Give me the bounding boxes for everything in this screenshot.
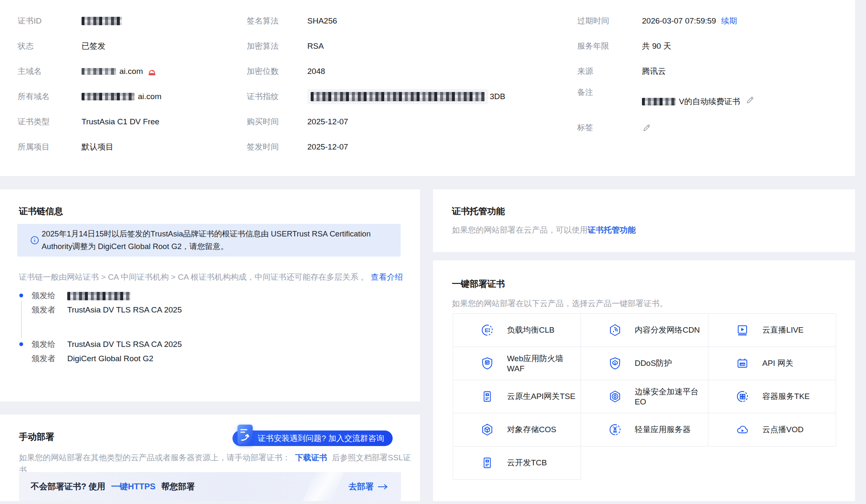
- svg-text:E: E: [485, 327, 488, 333]
- deploy-cell-api-gateway[interactable]: API API 网关: [708, 347, 836, 380]
- deploy-cell-ddos[interactable]: DDoS防护: [581, 347, 709, 380]
- deploy-cell-label: 云开发TCB: [507, 457, 547, 468]
- cert-info-column-2: 签名算法 SHA256 加密算法 RSA 加密位数 2048 证书指纹 3DB …: [247, 8, 505, 160]
- chain-item-intermediate: 颁发给 TrustAsia DV TLS RSA CA 2025 颁发者 Dig…: [19, 337, 397, 366]
- help-group-button[interactable]: 证书安装遇到问题? 加入交流群咨询: [232, 430, 393, 446]
- chain-item-leaf: 颁发给 颁发者 TrustAsia DV TLS RSA CA 2025: [19, 289, 397, 317]
- one-click-https-banner: 不会部署证书? 使用 一键HTTPS 帮您部署 去部署: [19, 472, 401, 501]
- deploy-cell-label: 边缘安全加速平台EO: [635, 386, 708, 407]
- purchase-time-label: 购买时间: [247, 116, 307, 127]
- key-bits-row: 加密位数 2048: [247, 59, 505, 84]
- issue-time-row: 签发时间 2025-12-07: [247, 134, 505, 160]
- deploy-cell-tse[interactable]: 云原生API网关TSE: [453, 380, 581, 413]
- all-domains-redacted: [82, 93, 135, 100]
- go-deploy-label: 去部署: [349, 481, 374, 492]
- chain-intro-link[interactable]: 查看介绍: [371, 273, 403, 281]
- help-group-button-label: 证书安装遇到问题? 加入交流群咨询: [258, 433, 384, 444]
- certificate-detail-panel: 证书ID 状态 已签发 主域名 ai.com 所有域名: [0, 0, 855, 176]
- cert-info-column-3: 过期时间 2026-03-07 07:59:59 续期 服务年限 共 90 天 …: [577, 8, 755, 136]
- deploy-title: 一键部署证书: [452, 278, 505, 290]
- expire-row: 过期时间 2026-03-07 07:59:59 续期: [577, 8, 755, 34]
- tag-label: 标签: [577, 122, 642, 133]
- waf-icon: [480, 357, 494, 370]
- one-click-https-link[interactable]: 一键HTTPS: [111, 482, 156, 491]
- sign-algo-value: SHA256: [307, 16, 337, 26]
- chain-dot-icon: [19, 294, 23, 297]
- chain-list: 颁发给 颁发者 TrustAsia DV TLS RSA CA 2025 颁发给…: [19, 289, 397, 366]
- main-domain-redacted: [82, 68, 116, 75]
- remark-label: 备注: [577, 84, 642, 101]
- sign-algo-row: 签名算法 SHA256: [247, 8, 505, 34]
- tag-edit-pencil-icon[interactable]: [642, 123, 651, 132]
- issued-by-value: TrustAsia DV TLS RSA CA 2025: [67, 305, 182, 315]
- eo-icon: [608, 390, 622, 403]
- all-domains-label: 所有域名: [18, 91, 82, 102]
- deploy-cell-vod[interactable]: 云点播VOD: [708, 413, 836, 446]
- deploy-cell-tcb[interactable]: 云开发TCB: [453, 446, 581, 480]
- key-bits-value: 2048: [307, 67, 325, 76]
- cert-id-redacted: [82, 17, 122, 25]
- deploy-cell-tke[interactable]: 容器服务TKE: [708, 380, 836, 413]
- deploy-cell-clb[interactable]: E 负载均衡CLB: [453, 314, 581, 347]
- deploy-cell-label: 云点播VOD: [762, 424, 803, 435]
- cert-id-row: 证书ID: [18, 8, 161, 34]
- encrypt-algo-row: 加密算法 RSA: [247, 34, 505, 59]
- deploy-cell-label: 容器服务TKE: [762, 391, 810, 402]
- tag-row: 标签: [577, 119, 755, 136]
- tse-icon: [480, 390, 494, 403]
- deploy-cell-cdn[interactable]: 内容分发网络CDN: [581, 314, 709, 347]
- all-domains-suffix: ai.com: [138, 92, 161, 101]
- deploy-grid-empty-cell: [581, 446, 709, 480]
- svg-text:API: API: [740, 363, 745, 366]
- project-row: 所属项目 默认项目: [18, 134, 161, 160]
- purchase-time-row: 购买时间 2025-12-07: [247, 109, 505, 134]
- chain-title: 证书链信息: [19, 205, 63, 217]
- deploy-cell-label: 内容分发网络CDN: [635, 325, 700, 336]
- deploy-cell-waf[interactable]: Web应用防火墙WAF: [453, 347, 581, 380]
- fingerprint-suffix: 3DB: [490, 92, 505, 101]
- remark-edit-pencil-icon[interactable]: [745, 95, 755, 105]
- cert-type-row: 证书类型 TrustAsia C1 DV Free: [18, 109, 161, 134]
- deploy-cell-label: 对象存储COS: [507, 424, 556, 435]
- deploy-cell-label: 轻量应用服务器: [635, 424, 691, 435]
- alarm-icon[interactable]: [147, 67, 157, 76]
- fingerprint-redacted-band: [307, 89, 488, 104]
- deploy-cell-label: Web应用防火墙WAF: [507, 353, 581, 373]
- help-doc-icon: [235, 423, 256, 447]
- deploy-cell-label: 负载均衡CLB: [507, 325, 554, 336]
- deploy-cell-live[interactable]: 云直播LIVE: [708, 314, 836, 347]
- tcb-icon: [480, 456, 494, 470]
- encrypt-algo-value: RSA: [307, 42, 324, 51]
- go-deploy-button[interactable]: 去部署: [349, 481, 388, 492]
- hosting-link[interactable]: 证书托管功能: [588, 226, 636, 234]
- key-bits-label: 加密位数: [247, 66, 307, 77]
- chain-dot-icon: [19, 342, 23, 346]
- source-value: 腾讯云: [642, 66, 666, 77]
- issued-by-row: 颁发者 DigiCert Global Root G2: [19, 352, 397, 366]
- deploy-cell-eo[interactable]: 边缘安全加速平台EO: [581, 380, 709, 413]
- banner-prefix: 不会部署证书? 使用: [31, 482, 106, 491]
- issued-by-row: 颁发者 TrustAsia DV TLS RSA CA 2025: [19, 303, 397, 317]
- chain-note-text: 证书链一般由网站证书 > CA 中间证书机构 > CA 根证书机构构成，中间证书…: [19, 273, 369, 281]
- hosting-title: 证书托管功能: [452, 205, 505, 217]
- download-cert-link[interactable]: 下载证书: [295, 453, 327, 462]
- source-row: 来源 腾讯云: [577, 59, 755, 84]
- issued-to-row: 颁发给 TrustAsia DV TLS RSA CA 2025: [19, 337, 397, 352]
- certificate-hosting-panel: 证书托管功能 如果您的网站部署在云产品，可以使用证书托管功能: [433, 189, 855, 252]
- deploy-cell-cos[interactable]: 对象存储COS: [453, 413, 581, 446]
- cert-type-value: TrustAsia C1 DV Free: [82, 117, 159, 126]
- source-label: 来源: [577, 66, 642, 77]
- service-years-row: 服务年限 共 90 天: [577, 34, 755, 59]
- issue-time-label: 签发时间: [247, 142, 307, 152]
- service-years-value: 共 90 天: [642, 41, 671, 52]
- encrypt-algo-label: 加密算法: [247, 41, 307, 52]
- renew-link[interactable]: 续期: [721, 16, 737, 26]
- deploy-cell-lighthouse[interactable]: 轻量应用服务器: [581, 413, 709, 446]
- status-row: 状态 已签发: [18, 34, 161, 59]
- cdn-icon: [608, 323, 622, 337]
- cos-icon: [480, 423, 494, 436]
- banner-text: 不会部署证书? 使用 一键HTTPS 帮您部署: [31, 481, 195, 492]
- issue-time-value: 2025-12-07: [307, 142, 348, 152]
- vod-icon: [735, 423, 750, 436]
- certificate-chain-panel: 证书链信息 2025年1月14日15时以后签发的TrustAsia品牌证书的根证…: [0, 189, 420, 402]
